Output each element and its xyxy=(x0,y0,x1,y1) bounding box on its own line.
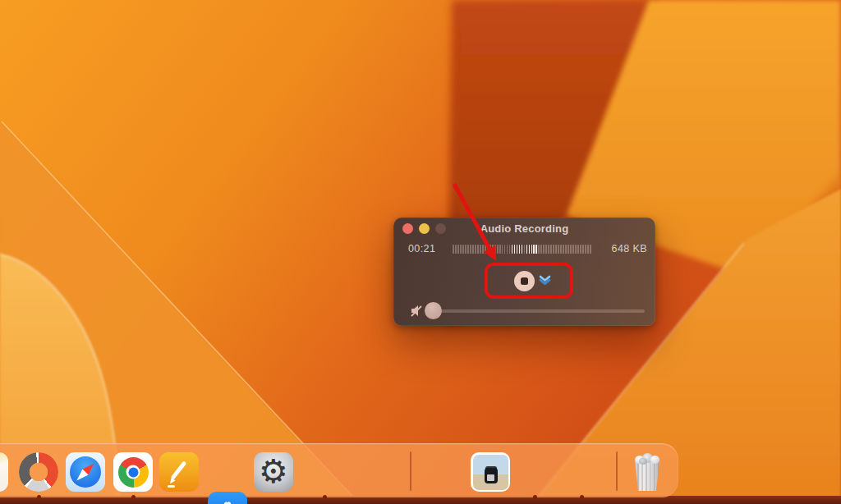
waveform-bar xyxy=(538,245,540,254)
waveform-bar xyxy=(560,245,562,254)
mute-speaker-icon[interactable] xyxy=(411,305,423,317)
waveform-bar xyxy=(575,245,577,254)
running-indicator xyxy=(37,495,41,499)
waveform-bar xyxy=(535,245,537,254)
waveform-bar xyxy=(519,245,521,254)
window-title: Audio Recording xyxy=(393,222,655,235)
safari-icon xyxy=(70,456,101,488)
waveform-bar xyxy=(582,245,584,254)
dock-item-chrome[interactable] xyxy=(113,452,153,492)
running-indicator xyxy=(131,495,136,499)
recording-timer: 00:21 xyxy=(408,243,435,254)
waveform-bar xyxy=(563,245,564,254)
waveform-bar xyxy=(565,245,567,254)
running-indicator xyxy=(533,495,537,499)
waveform-bar xyxy=(533,245,535,254)
dock-item-photo-thumbnail[interactable] xyxy=(471,452,510,492)
waveform-bar xyxy=(555,245,557,254)
dock-item-activity[interactable] xyxy=(19,452,58,492)
waveform-bar xyxy=(587,245,589,254)
waveform-bar xyxy=(526,245,528,254)
dock-item-safari[interactable] xyxy=(66,452,105,492)
dock-divider xyxy=(410,451,411,491)
waveform-bar xyxy=(558,245,559,254)
waveform-bar xyxy=(585,245,586,254)
running-indicator xyxy=(580,495,584,499)
waveform-bar xyxy=(522,245,523,254)
waveform-bar xyxy=(543,245,545,254)
waveform-bar xyxy=(529,245,531,254)
waveform-bar xyxy=(548,245,549,254)
waveform-bar xyxy=(577,245,579,254)
waveform-bar xyxy=(531,245,533,254)
waveform-bar xyxy=(553,245,554,254)
waveform-bar xyxy=(568,245,569,254)
dock-item-app-store[interactable] xyxy=(208,492,247,504)
file-size: 648 KB xyxy=(612,243,647,254)
volume-slider-knob[interactable] xyxy=(425,302,442,319)
gear-icon: ⚙ xyxy=(259,455,288,488)
photo-thumbnail-icon xyxy=(473,455,508,490)
volume-slider-track[interactable] xyxy=(432,309,645,313)
dock-divider xyxy=(616,451,618,491)
dock-item-trash[interactable] xyxy=(632,455,663,491)
waveform-bar xyxy=(570,245,572,254)
chrome-icon xyxy=(118,457,149,488)
waveform-bar xyxy=(524,245,526,254)
desktop: Audio Recording 00:21 648 KB xyxy=(0,0,841,504)
waveform-bar xyxy=(572,245,574,254)
waveform-bar xyxy=(550,245,552,254)
dock-item-system-settings[interactable]: ⚙ xyxy=(254,452,293,492)
pages-pen-icon xyxy=(171,460,187,480)
annotation-arrow xyxy=(443,176,517,279)
waveform-bar xyxy=(540,245,542,254)
waveform-bar xyxy=(545,245,547,254)
waveform-bar xyxy=(590,245,591,254)
running-indicator xyxy=(323,495,327,499)
dock-item-pages[interactable] xyxy=(159,452,199,492)
dock-item-leftmost-partial[interactable] xyxy=(0,452,8,492)
waveform-bar xyxy=(580,245,581,254)
